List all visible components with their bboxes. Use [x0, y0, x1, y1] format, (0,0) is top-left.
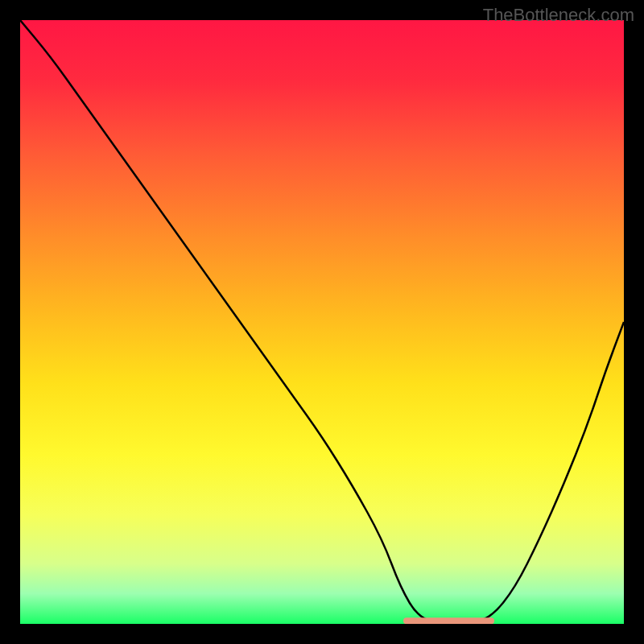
bottleneck-chart [20, 20, 624, 624]
watermark-text: TheBottleneck.com [483, 5, 634, 26]
chart-background [20, 20, 624, 624]
chart-container [20, 20, 624, 624]
